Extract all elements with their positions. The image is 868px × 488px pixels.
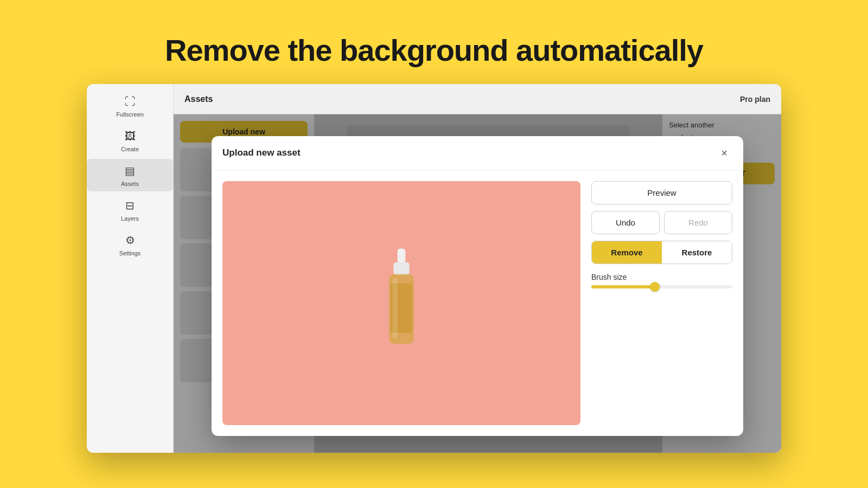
svg-rect-0 <box>398 248 406 264</box>
modal-overlay: Upload new asset × <box>174 114 781 453</box>
sidebar-item-layers[interactable]: ⊟ Layers <box>87 194 173 226</box>
sidebar-label-assets: Assets <box>121 181 139 187</box>
brush-size-label: Brush size <box>591 273 732 281</box>
modal-controls: Preview Undo Redo Remove Restore Brush s… <box>591 181 732 425</box>
brush-size-section: Brush size <box>591 271 732 292</box>
sidebar-item-assets[interactable]: ▤ Assets <box>87 159 173 191</box>
content-area: Upload new <box>174 114 781 453</box>
sidebar-item-fullscreen[interactable]: ⛶ Fullscreen <box>87 89 173 122</box>
modal-close-button[interactable]: × <box>716 145 732 161</box>
assets-heading: Assets <box>184 94 213 104</box>
fullscreen-icon: ⛶ <box>123 94 138 109</box>
app-window: ⛶ Fullscreen 🖼 Create ▤ Assets ⊟ Layers … <box>87 84 781 453</box>
pro-plan-badge: Pro plan <box>740 95 770 104</box>
create-icon: 🖼 <box>123 129 138 144</box>
hero-title: Remove the background automatically <box>165 33 703 68</box>
remove-restore-toggle: Remove Restore <box>591 241 732 264</box>
restore-button[interactable]: Restore <box>662 241 732 264</box>
sidebar-item-create[interactable]: 🖼 Create <box>87 124 173 157</box>
upload-modal: Upload new asset × <box>212 136 743 436</box>
remove-button[interactable]: Remove <box>592 241 662 264</box>
product-image <box>369 243 434 363</box>
layers-icon: ⊟ <box>123 198 138 213</box>
sidebar-label-create: Create <box>121 146 139 152</box>
main-area: Assets Pro plan Upload new <box>174 84 781 453</box>
brush-size-slider-container <box>591 281 732 292</box>
sidebar-label-fullscreen: Fullscreen <box>116 111 144 118</box>
sidebar-item-settings[interactable]: ⚙ Settings <box>87 228 173 261</box>
modal-title: Upload new asset <box>222 147 301 158</box>
slider-track <box>591 285 732 288</box>
sidebar-label-settings: Settings <box>119 250 141 256</box>
preview-button[interactable]: Preview <box>591 181 732 204</box>
sidebar-label-layers: Layers <box>121 215 139 222</box>
sidebar: ⛶ Fullscreen 🖼 Create ▤ Assets ⊟ Layers … <box>87 84 174 453</box>
svg-rect-4 <box>393 278 398 338</box>
undo-redo-row: Undo Redo <box>591 211 732 234</box>
modal-body: Preview Undo Redo Remove Restore Brush s… <box>212 170 743 436</box>
svg-rect-1 <box>393 262 409 275</box>
settings-icon: ⚙ <box>123 233 138 248</box>
top-bar-right: Pro plan <box>740 95 770 104</box>
modal-header: Upload new asset × <box>212 136 743 170</box>
assets-icon: ▤ <box>123 163 138 178</box>
redo-button[interactable]: Redo <box>664 211 732 234</box>
modal-image-area <box>222 181 580 425</box>
undo-button[interactable]: Undo <box>591 211 660 234</box>
top-bar: Assets Pro plan <box>174 84 781 114</box>
